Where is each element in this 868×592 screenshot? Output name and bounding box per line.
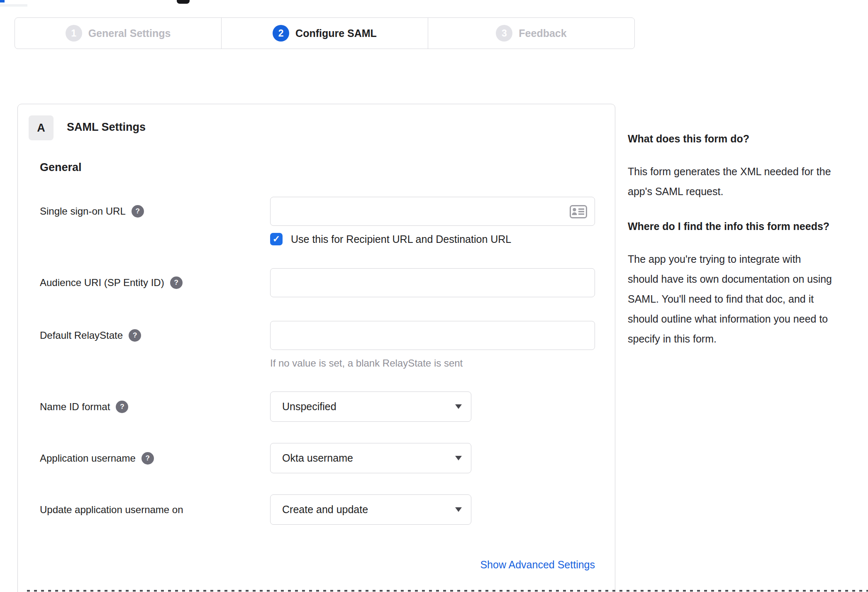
selected-value: Create and update [282,504,368,516]
saml-settings-panel: A SAML Settings General Single sign-on U… [17,104,615,592]
help-icon[interactable]: ? [132,205,144,218]
default-relaystate-field[interactable] [271,321,595,350]
update-application-username-select[interactable]: Create and update [270,494,471,525]
row-name-id-format: Name ID format ? Unspecified [40,391,471,422]
default-relaystate-input[interactable] [270,321,595,350]
panel-title: SAML Settings [67,121,146,134]
field-label: Single sign-on URL [40,205,126,217]
chevron-down-icon [455,507,462,512]
selected-value: Okta username [282,452,353,464]
sidebar-paragraph-what: This form generates the XML needed for t… [628,161,834,201]
row-single-sign-on-url: Single sign-on URL ? [40,197,595,226]
row-update-application-username: Update application username on Create an… [40,494,471,525]
single-sign-on-url-field[interactable] [271,197,595,225]
step-general-settings[interactable]: 1 General Settings [15,18,221,49]
general-section-title: General [40,161,82,174]
bottom-dotted-divider [27,590,868,592]
step-label: General Settings [88,27,171,39]
chevron-down-icon [455,456,462,460]
single-sign-on-url-input[interactable] [270,197,595,226]
cutoff-blue-fragment [0,0,5,2]
chevron-down-icon [455,404,462,409]
row-application-username: Application username ? Okta username [40,443,471,473]
help-sidebar: What does this form do? This form genera… [628,130,834,364]
audience-uri-field[interactable] [271,269,595,297]
step-number-badge: 1 [66,25,82,42]
checkbox-label: Use this for Recipient URL and Destinati… [291,233,511,245]
row-audience-uri: Audience URI (SP Entity ID) ? [40,268,595,297]
step-number-badge: 3 [496,25,512,42]
section-a-badge: A [29,115,54,140]
field-label: Application username [40,453,136,464]
name-id-format-select[interactable]: Unspecified [270,391,471,422]
field-label: Default RelayState [40,330,123,341]
row-default-relaystate: Default RelayState ? If no value is set,… [40,321,595,369]
selected-value: Unspecified [282,401,336,413]
sidebar-heading-what: What does this form do? [628,130,834,148]
step-number-badge: 2 [273,25,289,42]
field-label: Audience URI (SP Entity ID) [40,277,164,289]
step-label: Feedback [519,27,566,39]
help-icon[interactable]: ? [129,329,141,342]
contact-card-icon [570,205,587,218]
help-icon[interactable]: ? [141,452,154,465]
field-label: Update application username on [40,504,183,516]
step-feedback[interactable]: 3 Feedback [428,18,634,49]
wizard-stepper: 1 General Settings 2 Configure SAML 3 Fe… [15,17,635,49]
relaystate-hint: If no value is set, a blank RelayState i… [270,357,595,369]
show-advanced-settings-link[interactable]: Show Advanced Settings [480,559,595,571]
field-label: Name ID format [40,401,110,413]
recipient-url-checkbox[interactable]: ✓ [270,233,283,245]
step-configure-saml[interactable]: 2 Configure SAML [221,18,428,49]
help-icon[interactable]: ? [170,276,183,289]
cutoff-gray-fragment [0,4,27,7]
help-icon[interactable]: ? [116,401,128,413]
sidebar-paragraph-where: The app you're trying to integrate with … [628,249,834,349]
audience-uri-input[interactable] [270,268,595,297]
recipient-url-checkbox-row: ✓ Use this for Recipient URL and Destina… [270,233,511,245]
sidebar-heading-where: Where do I find the info this form needs… [628,217,834,236]
application-username-select[interactable]: Okta username [270,443,471,473]
step-label: Configure SAML [295,27,377,39]
cutoff-dark-fragment [177,0,190,4]
